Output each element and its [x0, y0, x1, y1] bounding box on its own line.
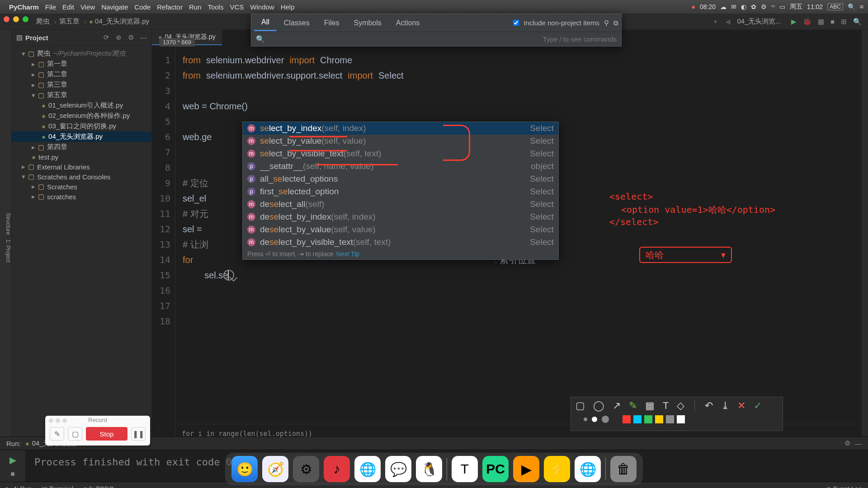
tool-mosaic-icon[interactable]: ▦: [645, 400, 655, 412]
completion-popup[interactable]: mselect_by_index(self, index)Selectmsele…: [242, 122, 559, 260]
spotlight-icon[interactable]: 🔍: [848, 3, 855, 10]
tray-icon[interactable]: ⚙: [761, 3, 767, 10]
dock-pycharm[interactable]: PC: [482, 456, 509, 482]
gear-icon[interactable]: ⚙: [844, 439, 850, 447]
completion-item[interactable]: mselect_by_visible_text(self, text)Selec…: [243, 147, 558, 160]
dock-app[interactable]: ⚙: [293, 456, 319, 482]
menu-refactor[interactable]: Refactor: [157, 3, 183, 11]
confirm-icon[interactable]: ✓: [754, 400, 762, 412]
tool-tag-icon[interactable]: ◇: [677, 400, 684, 412]
dock-app2[interactable]: ▶: [513, 456, 539, 482]
tree-file[interactable]: ●test.py: [12, 152, 151, 162]
tab-all[interactable]: All: [254, 14, 277, 31]
menu-tools[interactable]: Tools: [208, 3, 223, 11]
tree-folder[interactable]: ▸▢第一章: [12, 59, 151, 69]
brush-large[interactable]: [602, 416, 609, 423]
tray-icon[interactable]: ✉: [731, 3, 736, 10]
completion-item[interactable]: p__setattr__(self, name, value)object: [243, 160, 558, 173]
minimize-icon[interactable]: [13, 16, 19, 22]
color-green[interactable]: [644, 415, 652, 423]
search-input[interactable]: [269, 35, 543, 43]
screenshot-toolbar[interactable]: ▢ ◯ ↗ ✎ ▦ T ◇ ↶ ⤓ ✕ ✓: [571, 397, 783, 431]
menu-edit[interactable]: Edit: [62, 3, 74, 11]
input-source[interactable]: ABC: [827, 3, 843, 10]
screen-record-widget[interactable]: Record ✎ ▢ Stop ❚❚: [45, 416, 150, 446]
prev-icon[interactable]: ◀: [725, 18, 731, 26]
tree-folder[interactable]: ▸▢第二章: [12, 69, 151, 80]
tab-actions[interactable]: Actions: [389, 15, 427, 31]
coverage-button[interactable]: ▦: [818, 18, 824, 26]
include-nonproject-checkbox[interactable]: [513, 20, 519, 26]
menu-vcs[interactable]: VCS: [230, 3, 244, 11]
settings-icon[interactable]: ⚙: [128, 33, 134, 42]
tab-symbols[interactable]: Symbols: [346, 15, 388, 31]
record-stop-button[interactable]: Stop: [86, 427, 127, 441]
stop-button[interactable]: ■: [830, 18, 835, 25]
layout-icon[interactable]: ⊞: [841, 18, 847, 26]
completion-item[interactable]: mdeselect_by_visible_text(self, text)Sel…: [243, 236, 558, 249]
dock-wechat[interactable]: 💬: [385, 456, 411, 482]
hide-icon[interactable]: —: [140, 33, 147, 42]
color-cyan[interactable]: [633, 415, 642, 423]
download-icon[interactable]: ⤓: [721, 400, 729, 412]
record-edit-button[interactable]: ✎: [50, 427, 64, 441]
run-config-name[interactable]: 04_无头浏览...: [737, 17, 781, 26]
pin-icon[interactable]: ⧉: [613, 19, 618, 27]
completion-item[interactable]: pfirst_selected_optionSelect: [243, 185, 558, 198]
crumb-folder[interactable]: 第五章: [59, 17, 80, 26]
tree-folder[interactable]: ▸▢scratches: [12, 192, 151, 202]
tray-icon[interactable]: ☁: [720, 3, 726, 10]
dock-music[interactable]: ♪: [324, 456, 350, 482]
tree-folder[interactable]: ▾▢第五章: [12, 90, 151, 100]
dock-chrome2[interactable]: 🌐: [575, 456, 601, 482]
tool-rect-icon[interactable]: ▢: [576, 400, 585, 412]
record-crop-button[interactable]: ▢: [68, 427, 82, 441]
brush-med[interactable]: [592, 417, 597, 422]
completion-item[interactable]: mselect_by_index(self, index)Select: [243, 122, 558, 135]
completion-item[interactable]: pall_selected_optionsSelect: [243, 173, 558, 185]
add-config-icon[interactable]: ＋: [712, 17, 719, 26]
color-gray[interactable]: [666, 415, 674, 423]
editor-scrollbar[interactable]: [862, 30, 868, 436]
tree-folder[interactable]: ▸▢第四章: [12, 142, 151, 152]
menu-file[interactable]: File: [45, 3, 56, 11]
dock-trash[interactable]: 🗑: [610, 456, 637, 482]
tray-icon[interactable]: ✿: [751, 3, 756, 10]
tool-text-icon[interactable]: T: [663, 400, 669, 412]
menu-navigate[interactable]: Navigate: [101, 3, 128, 11]
dock-chrome[interactable]: 🌐: [354, 456, 381, 482]
tool-arrow-icon[interactable]: ↗: [613, 400, 621, 412]
tree-scratches[interactable]: ▾▢Scratches and Consoles: [12, 172, 151, 182]
battery-icon[interactable]: ▭: [779, 3, 785, 10]
color-yellow[interactable]: [655, 415, 663, 423]
color-white[interactable]: [677, 415, 685, 423]
dock-qq[interactable]: 🐧: [416, 456, 442, 482]
tree-file[interactable]: ●03_窗口之间的切换.py: [12, 121, 151, 131]
app-name[interactable]: PyCharm: [9, 3, 39, 11]
run-button[interactable]: ▶: [791, 18, 797, 26]
dock[interactable]: 🙂 🧭 ⚙ ♪ 🌐 💬 🐧 T PC ▶ ⚡ 🌐 🗑: [225, 453, 643, 485]
tree-folder[interactable]: ▸▢Scratches: [12, 182, 151, 192]
rerun-button[interactable]: ▶: [9, 455, 16, 465]
control-center-icon[interactable]: ≡: [860, 3, 863, 10]
tree-file[interactable]: ●02_selenium的各种操作.py: [12, 111, 151, 121]
completion-item[interactable]: mdeselect_all(self)Select: [243, 198, 558, 211]
collapse-icon[interactable]: ⟳: [104, 33, 109, 42]
select-opened-icon[interactable]: ⊕: [116, 33, 122, 42]
hide-icon[interactable]: —: [855, 440, 862, 447]
crumb-file[interactable]: 04_无头浏览器.py: [95, 17, 149, 26]
tree-root[interactable]: ▾▢爬虫~/PycharmProjects/爬虫: [12, 48, 151, 59]
tool-ellipse-icon[interactable]: ◯: [593, 400, 604, 412]
undo-icon[interactable]: ↶: [705, 400, 713, 412]
tree-file[interactable]: ●01_selenium引入概述.py: [12, 100, 151, 111]
tool-pencil-icon[interactable]: ✎: [629, 400, 637, 412]
completion-item[interactable]: mdeselect_by_value(self, value)Select: [243, 223, 558, 236]
tab-todo[interactable]: ≡ 6: TODO: [83, 485, 114, 488]
left-tool-stripe[interactable]: Structure 1: Project: [0, 30, 12, 436]
zoom-icon[interactable]: [23, 16, 28, 22]
event-log[interactable]: ◉ Event Log: [826, 485, 862, 488]
debug-button[interactable]: 🐞: [803, 18, 811, 26]
record-pause-button[interactable]: ❚❚: [131, 427, 146, 441]
dock-finder[interactable]: 🙂: [231, 456, 258, 482]
color-red[interactable]: [623, 415, 631, 423]
